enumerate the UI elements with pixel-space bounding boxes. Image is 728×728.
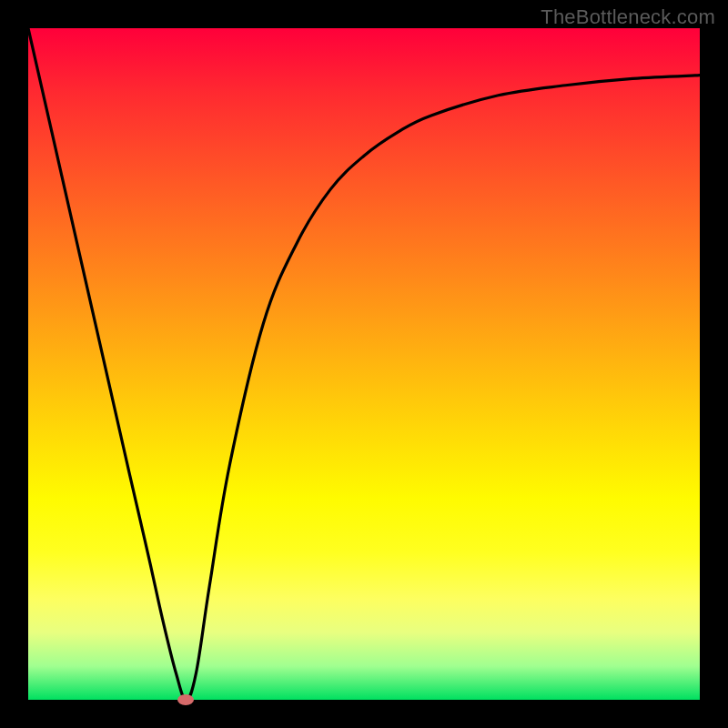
curve-svg (28, 28, 700, 700)
chart-frame: TheBottleneck.com (0, 0, 728, 728)
plot-area (28, 28, 700, 700)
min-marker (177, 694, 194, 705)
watermark-label: TheBottleneck.com (541, 5, 715, 29)
curve-path (28, 28, 700, 700)
